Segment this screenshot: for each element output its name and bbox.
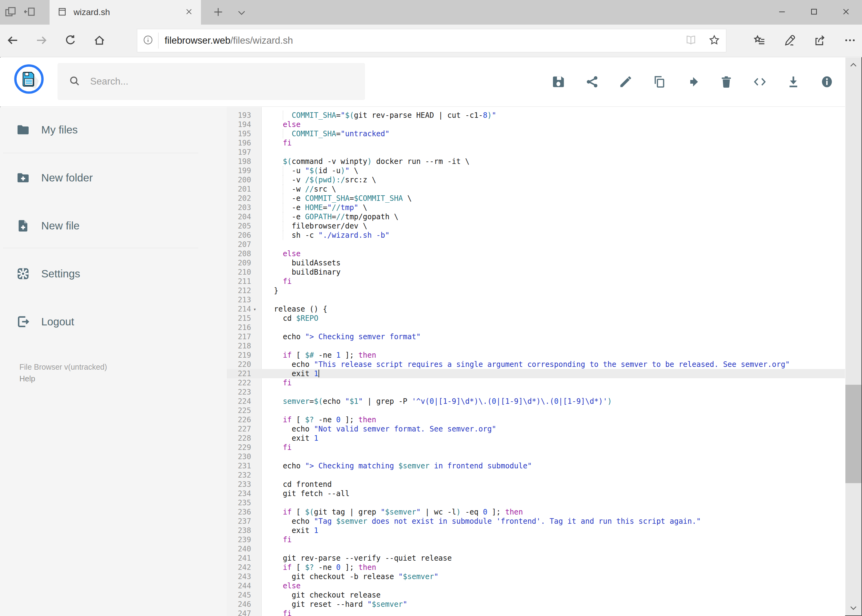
scroll-down-icon[interactable] — [845, 600, 861, 615]
line-number: 198 — [227, 157, 251, 166]
browser-window: wizard.sh filebrowser.web/files/wizard.s… — [0, 0, 862, 616]
filebrowser-logo-icon[interactable] — [14, 64, 44, 94]
code-text: git rev-parse --verify --quiet release — [274, 554, 452, 563]
code-text: else — [274, 581, 301, 590]
scroll-up-icon[interactable] — [845, 58, 861, 72]
code-text: fi — [274, 609, 292, 616]
move-button[interactable] — [686, 75, 700, 89]
code-line: 209 buildAssets — [227, 258, 845, 267]
save-button[interactable] — [552, 75, 566, 89]
indent-guide — [283, 222, 283, 231]
line-number: 219 — [227, 350, 251, 360]
line-number: 199 — [227, 166, 251, 175]
search-box[interactable] — [58, 63, 365, 100]
url-domain: filebrowser.web — [165, 35, 230, 46]
code-text: echo "Tag $semver does not exist in subm… — [274, 517, 701, 526]
code-line: 238 exit 1 — [227, 526, 845, 535]
code-line: 216 — [227, 323, 845, 332]
close-button[interactable] — [830, 0, 862, 25]
line-number: 209 — [227, 258, 251, 267]
code-text: git checkout release — [274, 591, 381, 599]
code-line: 218 — [227, 341, 845, 350]
favorite-star-icon[interactable] — [708, 34, 720, 47]
download-button[interactable] — [786, 75, 801, 89]
code-text: $(command -v winpty) docker run --rm -it… — [274, 157, 470, 166]
home-button[interactable] — [93, 34, 106, 48]
refresh-button[interactable] — [64, 34, 77, 48]
search-input[interactable] — [90, 75, 354, 87]
line-number: 217 — [227, 332, 251, 341]
scrollbar-thumb[interactable] — [845, 385, 861, 483]
help-link[interactable]: Help — [19, 373, 35, 384]
tab-preview-icon[interactable] — [4, 6, 17, 19]
code-line: 220 echo "This release script requires a… — [227, 360, 845, 369]
minimize-button[interactable] — [766, 0, 798, 25]
code-line: 245 git checkout release — [227, 591, 845, 600]
new-tab-button[interactable] — [212, 6, 224, 19]
code-line: 224 semver=$(echo "$1" | grep -P '^v(0|[… — [227, 397, 845, 406]
browser-tab[interactable]: wizard.sh — [50, 0, 201, 25]
code-button[interactable] — [753, 75, 767, 89]
code-line: 213 — [227, 295, 845, 305]
code-line: 234 git fetch --all — [227, 489, 845, 498]
copy-button[interactable] — [652, 75, 666, 89]
code-line: 211 fi — [227, 277, 845, 286]
line-number: 197 — [227, 148, 251, 157]
info-circle-icon[interactable] — [143, 35, 153, 46]
url-text: filebrowser.web/files/wizard.sh — [165, 35, 685, 46]
code-text: fi — [274, 536, 292, 544]
reading-view-icon[interactable] — [685, 34, 697, 47]
sidebar-item-label: Settings — [41, 267, 80, 280]
indent-guide — [283, 129, 283, 138]
fold-toggle-icon[interactable]: ▾ — [253, 305, 256, 314]
sidebar-item-logout[interactable]: Logout — [0, 308, 227, 336]
vertical-scrollbar[interactable] — [845, 58, 861, 615]
sidebar-item-my-files[interactable]: My files — [0, 116, 227, 144]
home-icon — [93, 42, 106, 48]
code-editor[interactable]: 193 COMMIT_SHA="$(git rev-parse HEAD | c… — [227, 107, 845, 616]
sidebar-item-settings[interactable]: Settings — [0, 260, 227, 288]
code-line: 233 cd frontend — [227, 480, 845, 489]
back-button[interactable] — [6, 34, 19, 48]
info-button[interactable] — [820, 75, 834, 89]
line-number: 242 — [227, 563, 251, 572]
line-number: 203 — [227, 203, 251, 212]
more-dots-icon[interactable] — [843, 34, 856, 48]
browser-titlebar: wizard.sh — [0, 0, 862, 25]
line-number: 243 — [227, 572, 251, 581]
maximize-button[interactable] — [798, 0, 830, 25]
tabs-aside-icon[interactable] — [24, 6, 36, 19]
line-number: 234 — [227, 489, 251, 498]
line-number: 213 — [227, 295, 251, 305]
sidebar-item-label: My files — [41, 124, 78, 136]
browser-navbar: filebrowser.web/files/wizard.sh — [0, 25, 862, 57]
delete-button[interactable] — [719, 75, 733, 89]
line-number: 231 — [227, 461, 251, 470]
code-line: 217 echo "> Checking semver format" — [227, 332, 845, 341]
code-line: 206 sh -c "./wizard.sh -b" — [227, 231, 845, 240]
line-number: 226 — [227, 415, 251, 424]
indent-guide — [283, 184, 283, 194]
copy-icon — [652, 85, 666, 90]
edit-icon — [619, 85, 633, 90]
address-bar[interactable]: filebrowser.web/files/wizard.sh — [137, 29, 726, 52]
code-line: 243 git checkout -b release "$semver" — [227, 572, 845, 581]
line-number: 233 — [227, 480, 251, 489]
edit-button[interactable] — [619, 75, 633, 89]
share-edge-icon[interactable] — [813, 34, 826, 48]
tab-list-chevron-icon[interactable] — [236, 7, 247, 19]
annotate-pen-icon[interactable] — [783, 34, 796, 48]
forward-button[interactable] — [35, 34, 48, 48]
move-icon — [686, 85, 700, 90]
line-number: 207 — [227, 240, 251, 249]
url-path: /files/wizard.sh — [230, 35, 293, 46]
share-button[interactable] — [585, 75, 599, 89]
sidebar-item-new-file[interactable]: New file — [0, 212, 227, 240]
save-icon — [552, 85, 566, 90]
tab-close-icon[interactable] — [185, 8, 193, 17]
sidebar-divider — [3, 248, 198, 248]
hub-icon[interactable] — [753, 34, 766, 48]
sidebar-item-new-folder[interactable]: New folder — [0, 164, 227, 192]
code-text: exit 1 — [274, 434, 318, 443]
code-text: semver=$(echo "$1" | grep -P '^v(0|[1-9]… — [274, 397, 612, 405]
